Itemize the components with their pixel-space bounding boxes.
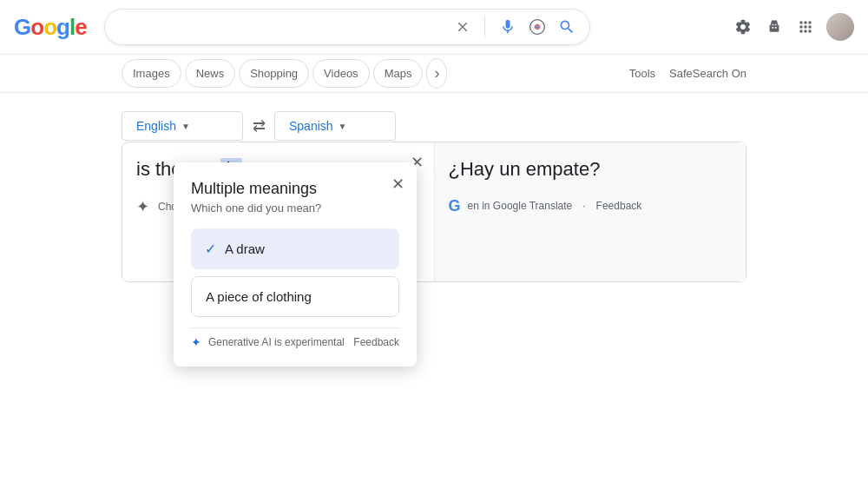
target-bottom: G en in Google Translate · Feedback xyxy=(449,197,733,215)
open-in-translate-label[interactable]: en in Google Translate xyxy=(468,200,573,212)
popup-footer: ✦ Generative AI is experimental Feedback xyxy=(191,327,399,349)
header-right xyxy=(733,13,854,41)
popup-option-clothing[interactable]: A piece of clothing xyxy=(191,276,399,317)
tab-news[interactable]: News xyxy=(185,59,236,88)
target-text: ¿Hay un empate? xyxy=(449,156,733,183)
popup-option-draw[interactable]: ✓ A draw xyxy=(191,228,399,269)
google-g-icon: G xyxy=(449,197,461,215)
lang-selector: English ▼ ⇄ Spanish ▼ xyxy=(122,110,746,142)
submit-search-button[interactable] xyxy=(556,17,577,37)
option-draw-label: A draw xyxy=(225,241,265,256)
translate-icon: ✦ xyxy=(136,197,149,216)
tab-images[interactable]: Images xyxy=(122,59,181,88)
apps-button[interactable] xyxy=(795,17,816,37)
tab-maps[interactable]: Maps xyxy=(373,59,424,88)
nav-tabs: Images News Shopping Videos Maps › Tools… xyxy=(0,55,868,93)
popup-subtitle: Which one did you mean? xyxy=(191,201,399,215)
labs-button[interactable] xyxy=(764,17,785,37)
popup-feedback-link[interactable]: Feedback xyxy=(353,336,399,348)
google-logo: Google xyxy=(14,14,87,41)
target-lang-button[interactable]: Spanish ▼ xyxy=(274,111,396,141)
popup-title: Multiple meanings xyxy=(191,180,399,198)
source-lang-label: English xyxy=(136,119,176,133)
tools-button[interactable]: Tools xyxy=(629,67,655,80)
clear-search-button[interactable] xyxy=(453,17,472,36)
option-clothing-label: A piece of clothing xyxy=(206,289,312,304)
search-bar-icons xyxy=(453,17,577,37)
avatar[interactable] xyxy=(826,13,854,41)
ai-experimental-label: Generative AI is experimental xyxy=(208,336,345,348)
translate-feedback-link[interactable]: Feedback xyxy=(596,200,642,212)
settings-button[interactable] xyxy=(733,17,753,37)
search-input[interactable]: translate english to spanish xyxy=(117,19,446,35)
dot-separator: · xyxy=(582,200,585,212)
search-bar: translate english to spanish xyxy=(104,9,590,45)
tab-videos[interactable]: Videos xyxy=(312,59,370,88)
nav-right: Tools SafeSearch On xyxy=(629,67,746,80)
source-lang-button[interactable]: English ▼ xyxy=(122,111,243,141)
ai-icon: ✦ xyxy=(191,335,201,349)
image-search-button[interactable] xyxy=(527,17,548,37)
header: Google translate english to spanish xyxy=(0,0,868,55)
more-tabs-button[interactable]: › xyxy=(426,58,447,89)
target-lang-label: Spanish xyxy=(289,119,333,133)
check-icon: ✓ xyxy=(205,241,216,257)
divider xyxy=(484,17,485,37)
tab-shopping[interactable]: Shopping xyxy=(239,59,309,88)
multiple-meanings-popup: Multiple meanings Which one did you mean… xyxy=(174,162,417,367)
safesearch-button[interactable]: SafeSearch On xyxy=(669,67,746,80)
popup-close-button[interactable]: ✕ xyxy=(391,175,404,194)
target-lang-chevron: ▼ xyxy=(339,122,347,131)
voice-search-button[interactable] xyxy=(497,17,518,37)
target-box: ¿Hay un empate? G en in Google Translate… xyxy=(435,142,746,281)
translator: English ▼ ⇄ Spanish ▼ is there a tie? ✕ … xyxy=(0,93,868,300)
swap-lang-button[interactable]: ⇄ xyxy=(243,110,274,142)
source-lang-chevron: ▼ xyxy=(181,122,190,131)
